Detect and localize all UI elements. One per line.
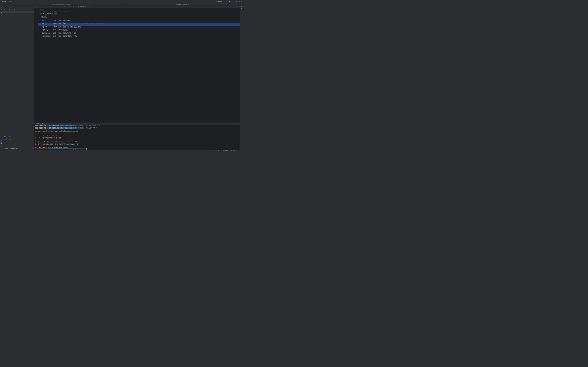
markdown-icon: M↓: [44, 6, 45, 7]
file-tab-label: datacenter.md: [80, 6, 86, 7]
main-tab-label: s_markdown – datacenter.md: [176, 4, 189, 5]
chevron-down-icon: ⌄: [224, 1, 225, 2]
debug-icon[interactable]: ⬢: [229, 1, 230, 2]
close-icon[interactable]: ×: [87, 6, 87, 7]
file-tab[interactable]: M↓game_rtp.md: [34, 5, 43, 8]
file-tab-label: batch_imp: [91, 6, 95, 7]
history-icon[interactable]: 🕓: [9, 136, 10, 138]
close-icon[interactable]: ×: [44, 123, 44, 124]
progress-icon[interactable]: ✶: [212, 150, 213, 151]
main-tab[interactable]: × s_cms_gva – model/webConfig/home_banne…: [0, 3, 122, 5]
structure-tool-icon[interactable]: [0, 9, 2, 11]
refresh-icon[interactable]: ⟳: [4, 9, 5, 10]
config-label: Add Configuration...: [216, 1, 224, 2]
file-tab[interactable]: M↓game_provider.md: [43, 5, 55, 8]
terminal-local-tab[interactable]: Local ×: [40, 123, 45, 125]
line-sep[interactable]: LF: [231, 150, 232, 151]
file-tab[interactable]: M↓datacenter.md×: [77, 5, 88, 8]
crumb[interactable]: s_cms_gva: [9, 150, 13, 151]
more-icon[interactable]: ⋮: [231, 1, 233, 2]
rollback-icon[interactable]: ↶: [6, 9, 8, 10]
terminal-local-label: Local: [41, 123, 43, 124]
file-tab[interactable]: M↓batch_imp: [88, 5, 96, 8]
problems-tool-icon[interactable]: [0, 145, 2, 147]
terminal-body[interactable]: mac@ip-192-168-31-39 ~/iCollections/Coll…: [34, 125, 240, 150]
run-config-selector[interactable]: Add Configuration... ⌄: [216, 1, 225, 2]
chevron-down-icon[interactable]: ⌄: [229, 6, 231, 8]
code-area[interactable]: ### 接口定义- 渠道统计报表(**通过cms账户中的渠道限制过滤无权限的渠道…: [38, 8, 240, 122]
left-tool-rail: ⋯ ◎: [0, 5, 3, 150]
main-tab[interactable]: × s_markdown – datacenter.md: [122, 3, 243, 5]
svg-point-12: [1, 149, 1, 150]
right-tool-rail: 🔔 🗄: [240, 5, 243, 150]
more-tool-icon[interactable]: ⋯: [0, 15, 2, 17]
terminal-tabs: Terminal Local × + ⌄ ⋮ —: [34, 123, 240, 125]
close-icon[interactable]: ×: [122, 4, 123, 5]
lock-icon[interactable]: 🔒: [242, 150, 242, 151]
eye-icon[interactable]: 👁: [11, 9, 13, 10]
markdown-icon: M↓: [56, 6, 57, 7]
markdown-icon: M↓: [14, 150, 15, 151]
commit-button[interactable]: Commit: [4, 148, 9, 150]
amend-checkbox[interactable]: [4, 136, 5, 137]
file-tab[interactable]: M↓website_setting.md: [66, 5, 78, 8]
file-tab[interactable]: M↓system_config.md: [55, 5, 66, 8]
chevron-right-icon: ›: [8, 150, 8, 151]
commit-toolbar: ⟳ ↶ ⧉ 👁 ◇ ×: [3, 8, 34, 11]
minimize-icon[interactable]: —: [238, 123, 240, 124]
commit-tool-icon[interactable]: [0, 12, 2, 14]
commit-push-button[interactable]: Commit and Push...: [9, 148, 18, 150]
markdown-icon: M↓: [89, 6, 90, 7]
close-icon[interactable]: ×: [1, 4, 1, 5]
database-icon[interactable]: 🗄: [241, 8, 242, 9]
git-tool-icon[interactable]: [0, 148, 2, 150]
more-icon[interactable]: ⋮: [236, 123, 237, 124]
gear-icon[interactable]: ⚙: [32, 148, 33, 149]
editor[interactable]: ▲ 8 ∧ ∨ 14151617181920212223242526272829…: [34, 8, 240, 122]
file-tab-label: website_setting.md: [68, 6, 76, 7]
branch-selector[interactable]: ⎇ master ↙ ⌄: [8, 1, 15, 2]
commit-title: Commit: [4, 6, 8, 8]
svg-point-11: [1, 149, 1, 149]
crumb[interactable]: website_setting.md: [16, 150, 23, 151]
terminal-title-tab[interactable]: Terminal: [35, 123, 40, 125]
changes-node[interactable]: Changes: [3, 11, 34, 13]
run-icon[interactable]: ▷: [226, 1, 227, 2]
project-selector[interactable]: s_markdown ⌄: [1, 1, 7, 2]
commit-header: Commit: [3, 5, 34, 8]
commit-message-input[interactable]: [3, 138, 34, 147]
file-tab-label: game_provider.md: [46, 6, 53, 7]
crumb[interactable]: s_markdown: [2, 150, 7, 151]
gutter: 1415161718192021222324252627282930313233…: [34, 8, 38, 122]
add-terminal-icon[interactable]: +: [46, 123, 47, 124]
close-icon[interactable]: ×: [16, 9, 18, 10]
svg-point-13: [1, 149, 2, 149]
indent[interactable]: 2 spaces*: [236, 150, 240, 151]
project-tool-icon[interactable]: [0, 6, 2, 8]
nav-target-icon[interactable]: ☐: [1, 150, 1, 151]
blame-status[interactable]: Blame: Max 2023/8/21, 18:20: [218, 150, 230, 151]
encoding[interactable]: UTF-8: [233, 150, 235, 151]
preview-view-icon[interactable]: ▦: [236, 6, 237, 8]
more-icon[interactable]: ⋮: [238, 6, 240, 8]
group-icon[interactable]: ◇: [14, 9, 15, 10]
terminal-tool-icon[interactable]: [0, 142, 2, 144]
diff-icon[interactable]: ⧉: [9, 9, 10, 10]
git-status[interactable]: ⊘ 1↑ 1↓: [214, 150, 217, 151]
branch-name: master: [10, 1, 12, 2]
collaborate-icon[interactable]: 👤: [236, 1, 237, 2]
breadcrumb[interactable]: s_markdown › s_cms_gva › M↓ website_sett…: [2, 150, 23, 151]
notifications-icon[interactable]: 🔔: [241, 6, 242, 7]
search-icon[interactable]: 🔍: [239, 1, 240, 2]
split-view-icon[interactable]: ⫿: [234, 6, 235, 8]
amend-label: Amend: [5, 136, 8, 138]
services-tool-icon[interactable]: ◎: [0, 140, 2, 141]
settings-icon[interactable]: ⚙: [241, 1, 242, 2]
editor-view-icon[interactable]: ≡: [232, 6, 233, 8]
chevron-right-icon: ›: [13, 150, 14, 151]
file-tab-label: game_rtp.md: [37, 6, 42, 7]
changes-label: Changes: [4, 11, 8, 12]
chevron-down-icon[interactable]: ⌄: [48, 123, 49, 124]
markdown-icon: M↓: [78, 6, 79, 7]
file-tabs: M↓game_rtp.md M↓game_provider.md M↓syste…: [34, 5, 240, 8]
